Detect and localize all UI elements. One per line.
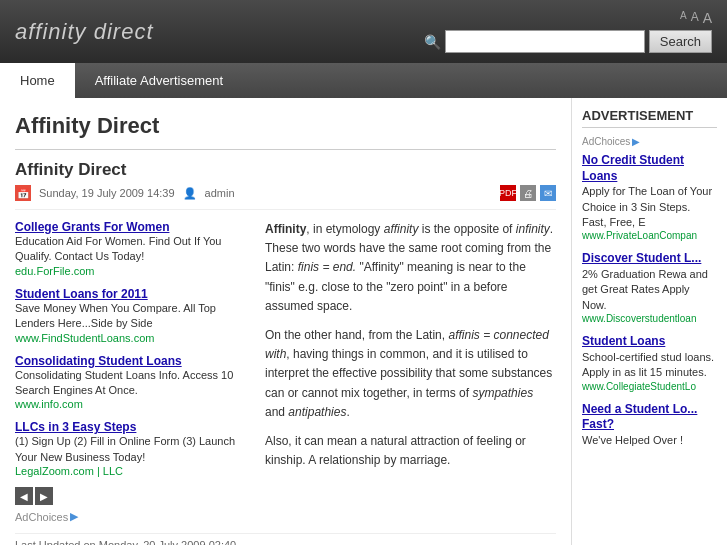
ad-url-0: edu.ForFile.com xyxy=(15,265,245,277)
header: affinity direct A A A 🔍 Search xyxy=(0,0,727,63)
page-title: Affinity Direct xyxy=(15,113,556,150)
sidebar-ad-url-2: www.CollegiateStudentLo xyxy=(582,381,717,392)
article-para-1: On the other hand, from the Latin, affin… xyxy=(265,326,556,422)
sidebar-ad-desc-1: 2% Graduation Rewa and get Great Rates A… xyxy=(582,267,717,313)
font-size-controls: A A A xyxy=(680,10,712,26)
sidebar-ad-2: Student Loans School-certified stud loan… xyxy=(582,334,717,391)
ad-url-3: LegalZoom.com | LLC xyxy=(15,465,245,477)
adchoices-sidebar-icon: ▶ xyxy=(632,136,640,147)
sidebar-ad-desc-0: Apply for The Loan of Your Choice in 3 S… xyxy=(582,184,717,230)
main-container: Affinity Direct Affinity Direct 📅 Sunday… xyxy=(0,98,727,545)
nav-item-home[interactable]: Home xyxy=(0,63,75,98)
sidebar-ad-desc-3: We've Helped Over ! xyxy=(582,433,717,448)
adchoices-left: AdChoices ▶ xyxy=(15,510,245,523)
search-icon: 🔍 xyxy=(424,34,441,50)
ad-title-1[interactable]: Student Loans for 2011 xyxy=(15,287,245,301)
adchoices-left-icon: ▶ xyxy=(70,510,78,523)
ad-block-1: Student Loans for 2011 Save Money When Y… xyxy=(15,287,245,344)
next-arrow[interactable]: ▶ xyxy=(35,487,53,505)
nav: Home Affiliate Advertisement xyxy=(0,63,727,98)
ad-block-2: Consolidating Student Loans Consolidatin… xyxy=(15,354,245,411)
search-bar: 🔍 Search xyxy=(424,30,712,53)
sidebar-ad-title-0[interactable]: No Credit Student Loans xyxy=(582,153,717,184)
article-para-0: Affinity, in etymology affinity is the o… xyxy=(265,220,556,316)
font-size-small[interactable]: A xyxy=(680,10,687,26)
ad-desc-1: Save Money When You Compare. All Top Len… xyxy=(15,301,245,332)
sidebar-ad-1: Discover Student L... 2% Graduation Rewa… xyxy=(582,251,717,324)
prev-arrow[interactable]: ◀ xyxy=(15,487,33,505)
article-meta: 📅 Sunday, 19 July 2009 14:39 👤 admin PDF… xyxy=(15,185,556,210)
ad-desc-0: Education Aid For Women. Find Out If You… xyxy=(15,234,245,265)
font-size-medium[interactable]: A xyxy=(691,10,699,26)
ad-desc-2: Consolidating Student Loans Info. Access… xyxy=(15,368,245,399)
ad-title-3[interactable]: LLCs in 3 Easy Steps xyxy=(15,420,245,434)
article-title: Affinity Direct xyxy=(15,160,556,180)
email-icon[interactable]: ✉ xyxy=(540,185,556,201)
search-button[interactable]: Search xyxy=(649,30,712,53)
adchoices-sidebar: AdChoices ▶ xyxy=(582,136,717,147)
header-right: A A A 🔍 Search xyxy=(424,10,712,53)
font-size-large[interactable]: A xyxy=(703,10,712,26)
article-date: Sunday, 19 July 2009 14:39 xyxy=(39,187,175,199)
ad-url-1: www.FindStudentLoans.com xyxy=(15,332,245,344)
sidebar: ADVERTISEMENT AdChoices ▶ No Credit Stud… xyxy=(572,98,727,545)
ad-title-0[interactable]: College Grants For Women xyxy=(15,220,245,234)
article-body: College Grants For Women Education Aid F… xyxy=(15,220,556,523)
article-para-2: Also, it can mean a natural attraction o… xyxy=(265,432,556,470)
ad-block-3: LLCs in 3 Easy Steps (1) Sign Up (2) Fil… xyxy=(15,420,245,477)
print-icon[interactable]: 🖨 xyxy=(520,185,536,201)
sidebar-ad-title-2[interactable]: Student Loans xyxy=(582,334,717,350)
article-meta-icons: PDF 🖨 ✉ xyxy=(500,185,556,201)
content-area: Affinity Direct Affinity Direct 📅 Sunday… xyxy=(0,98,572,545)
sidebar-ad-3: Need a Student Lo... Fast? We've Helped … xyxy=(582,402,717,449)
article-author: admin xyxy=(205,187,235,199)
ad-desc-3: (1) Sign Up (2) Fill in Online Form (3) … xyxy=(15,434,245,465)
nav-arrows: ◀ ▶ xyxy=(15,487,245,505)
sidebar-ad-0: No Credit Student Loans Apply for The Lo… xyxy=(582,153,717,241)
site-logo: affinity direct xyxy=(15,19,154,45)
user-icon: 👤 xyxy=(183,187,197,200)
ad-url-2: www.info.com xyxy=(15,398,245,410)
sidebar-ad-url-1: www.Discoverstudentloan xyxy=(582,313,717,324)
article-footer: Last Updated on Monday, 20 July 2009 02:… xyxy=(15,533,556,545)
left-column-ads: College Grants For Women Education Aid F… xyxy=(15,220,245,523)
sidebar-ad-title-3[interactable]: Need a Student Lo... Fast? xyxy=(582,402,717,433)
right-column: Affinity, in etymology affinity is the o… xyxy=(265,220,556,523)
ad-block-0: College Grants For Women Education Aid F… xyxy=(15,220,245,277)
sidebar-ad-desc-2: School-certified stud loans. Apply in as… xyxy=(582,350,717,381)
search-input[interactable] xyxy=(445,30,645,53)
sidebar-ad-url-0: www.PrivateLoanCompan xyxy=(582,230,717,241)
adchoices-left-label: AdChoices xyxy=(15,511,68,523)
calendar-icon: 📅 xyxy=(15,185,31,201)
sidebar-title: ADVERTISEMENT xyxy=(582,108,717,128)
ad-title-2[interactable]: Consolidating Student Loans xyxy=(15,354,245,368)
pdf-icon[interactable]: PDF xyxy=(500,185,516,201)
adchoices-sidebar-label: AdChoices xyxy=(582,136,630,147)
nav-item-affiliate[interactable]: Affiliate Advertisement xyxy=(75,63,243,98)
sidebar-ad-title-1[interactable]: Discover Student L... xyxy=(582,251,717,267)
